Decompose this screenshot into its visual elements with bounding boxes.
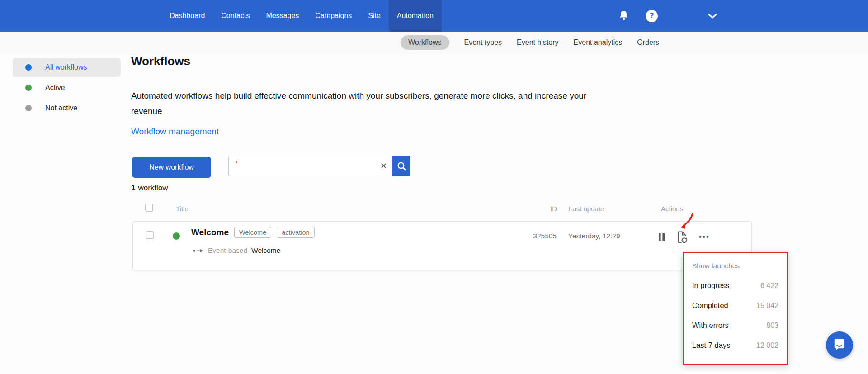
column-header-actions: Actions xyxy=(661,205,683,213)
stat-value: 15 042 xyxy=(756,302,778,310)
chat-button[interactable] xyxy=(826,331,853,359)
popup-stat-row: With errors 803 xyxy=(692,321,778,330)
sidebar-item-label: Not active xyxy=(45,104,77,112)
workflow-trigger-line: Event-based Welcome xyxy=(193,246,280,255)
top-header-bar: Dashboard Contacts Messages Campaigns Si… xyxy=(0,0,868,32)
show-launches-popup: Show launches In progress 6 422 Complete… xyxy=(683,252,788,365)
column-header-id: ID xyxy=(520,205,557,213)
page-title: Workflows xyxy=(131,54,190,68)
workflow-management-link[interactable]: Workflow management xyxy=(131,127,219,137)
workflow-filter-sidebar: All workflows Active Not active xyxy=(13,58,121,119)
workflow-title[interactable]: Welcome xyxy=(191,227,229,237)
page-description: Automated workflows help build effective… xyxy=(131,88,604,119)
main-nav: Dashboard Contacts Messages Campaigns Si… xyxy=(161,0,442,32)
tab-event-types[interactable]: Event types xyxy=(464,35,502,50)
nav-site[interactable]: Site xyxy=(360,0,389,32)
workflow-id: 325505 xyxy=(520,232,557,240)
automation-subnav: Workflows Event types Event history Even… xyxy=(401,35,659,50)
all-workflows-dot-icon xyxy=(25,64,32,71)
nav-automation[interactable]: Automation xyxy=(389,0,442,32)
new-workflow-button[interactable]: New workflow xyxy=(132,157,211,178)
sidebar-item-active[interactable]: Active xyxy=(13,78,121,97)
notifications-bell-icon[interactable] xyxy=(618,0,629,32)
stat-value: 803 xyxy=(766,322,778,330)
search-button[interactable] xyxy=(392,156,410,176)
tab-workflows[interactable]: Workflows xyxy=(401,35,449,50)
workflow-title-line: Welcome Welcome activation xyxy=(191,227,315,238)
nav-dashboard[interactable]: Dashboard xyxy=(161,0,213,32)
help-glyph: ? xyxy=(649,11,654,20)
trigger-type-label: Event-based xyxy=(208,246,247,255)
workflow-row: Welcome Welcome activation Event-based W… xyxy=(132,221,752,270)
select-all-checkbox[interactable] xyxy=(145,204,153,212)
nav-contacts[interactable]: Contacts xyxy=(213,0,258,32)
stat-value: 6 422 xyxy=(760,282,778,290)
workflow-tag[interactable]: activation xyxy=(277,227,314,238)
page: Dashboard Contacts Messages Campaigns Si… xyxy=(0,0,868,374)
event-based-icon xyxy=(193,248,204,253)
stat-label: In progress xyxy=(692,281,730,290)
workflow-count-number: 1 xyxy=(131,184,135,192)
popup-stat-row: Last 7 days 12 002 xyxy=(692,341,778,350)
tab-event-analytics[interactable]: Event analytics xyxy=(574,35,623,50)
not-active-dot-icon xyxy=(25,105,32,111)
popup-stat-row: In progress 6 422 xyxy=(692,281,778,290)
red-arrow-annotation xyxy=(678,212,696,233)
workflow-count-label: workflow xyxy=(138,184,168,192)
popup-stat-row: Completed 15 042 xyxy=(692,301,778,310)
stat-value: 12 002 xyxy=(756,341,778,350)
sidebar-item-all-workflows[interactable]: All workflows xyxy=(13,58,121,77)
sidebar-item-label: All workflows xyxy=(45,63,87,71)
column-header-title: Title xyxy=(176,205,189,213)
tab-event-history[interactable]: Event history xyxy=(517,35,558,50)
sidebar-item-label: Active xyxy=(45,84,65,92)
workflow-tag[interactable]: Welcome xyxy=(234,227,271,238)
sidebar-item-not-active[interactable]: Not active xyxy=(13,99,121,118)
trigger-event-name: Welcome xyxy=(251,246,280,255)
workflow-count: 1workflow xyxy=(131,184,168,193)
help-icon[interactable]: ? xyxy=(646,0,658,32)
stat-label: Completed xyxy=(692,301,728,310)
tab-orders[interactable]: Orders xyxy=(637,35,659,50)
nav-campaigns[interactable]: Campaigns xyxy=(307,0,360,32)
row-checkbox[interactable] xyxy=(146,231,154,239)
column-header-last-update: Last update xyxy=(569,205,604,213)
nav-messages[interactable]: Messages xyxy=(258,0,307,32)
more-actions-icon[interactable]: ••• xyxy=(699,235,710,239)
chat-icon xyxy=(832,338,847,352)
stat-label: With errors xyxy=(692,321,729,330)
workflow-search: ✕ xyxy=(228,156,410,176)
clear-search-icon[interactable]: ✕ xyxy=(380,161,387,171)
workflow-last-update: Yesterday, 12:29 xyxy=(568,232,620,240)
popup-title: Show launches xyxy=(692,262,778,270)
stat-label: Last 7 days xyxy=(692,341,730,350)
text-cursor-dot xyxy=(236,161,237,163)
search-icon xyxy=(396,161,407,171)
workflow-status-dot xyxy=(173,232,180,240)
pause-icon[interactable] xyxy=(658,233,665,241)
active-dot-icon xyxy=(25,85,32,91)
account-chevron-down-icon[interactable] xyxy=(707,0,718,32)
search-input[interactable] xyxy=(228,156,392,176)
